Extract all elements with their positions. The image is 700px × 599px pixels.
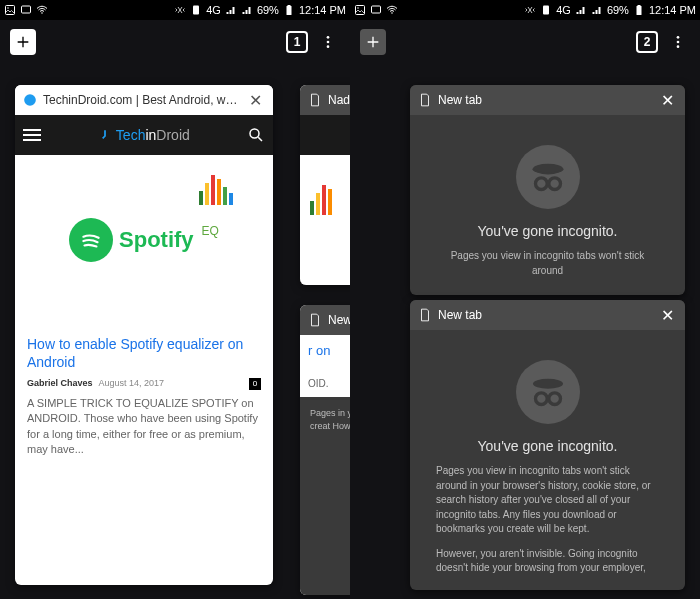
tab-title: Nadows, if <box>328 93 350 107</box>
vibrate-icon <box>524 4 536 16</box>
tab-count-button[interactable]: 1 <box>286 31 308 53</box>
overflow-menu-button[interactable] <box>316 30 340 54</box>
tab-titlebar: TechinDroid.com | Best Android, windows … <box>15 85 273 115</box>
file-icon <box>418 308 432 322</box>
plus-icon <box>15 34 31 50</box>
browser-toolbar: 2 <box>350 20 700 64</box>
equalizer-icon <box>310 185 350 215</box>
new-tab-button[interactable] <box>10 29 36 55</box>
browser-toolbar: 1 <box>0 20 350 64</box>
site-brand: TechinDroid <box>47 127 241 143</box>
battery-icon <box>283 4 295 16</box>
article-date: August 14, 2017 <box>99 377 165 390</box>
svg-rect-19 <box>637 5 640 6</box>
tab-titlebar: New tab ✕ <box>410 300 685 330</box>
tab-title: New tab <box>438 308 651 322</box>
svg-rect-18 <box>636 6 641 15</box>
incognito-headline: You've gone incognito. <box>432 438 663 454</box>
article-hero-image: Spotify EQ <box>15 155 273 325</box>
svg-point-24 <box>535 178 547 190</box>
favicon-icon <box>23 93 37 107</box>
signal-icon <box>575 4 587 16</box>
cast-icon <box>20 4 32 16</box>
svg-rect-2 <box>22 6 31 13</box>
file-icon <box>308 93 322 107</box>
svg-rect-5 <box>286 6 291 15</box>
signal-icon-2 <box>241 4 253 16</box>
status-bar: 4G 69% 12:14 PM <box>350 0 700 20</box>
clock-time: 12:14 PM <box>649 4 696 16</box>
file-icon <box>308 313 322 327</box>
tab-card-peek-2[interactable]: New tab r on 0 OID. Pages in your histo … <box>300 305 350 595</box>
incognito-icon <box>516 145 580 209</box>
svg-point-10 <box>24 94 36 106</box>
article-title[interactable]: How to enable Spotify equalizer on Andro… <box>27 335 261 371</box>
svg-point-28 <box>548 393 560 405</box>
spotify-wordmark: Spotify <box>119 227 194 253</box>
svg-point-8 <box>327 41 330 44</box>
svg-rect-15 <box>372 6 381 13</box>
battery-icon <box>633 4 645 16</box>
tab-title: New tab <box>438 93 651 107</box>
wifi-icon <box>386 4 398 16</box>
article-author: Gabriel Chaves <box>27 377 93 390</box>
signal-icon-2 <box>591 4 603 16</box>
eq-label: EQ <box>202 224 219 238</box>
incognito-icon <box>516 360 580 424</box>
incognito-paragraph-2: However, you aren't invisible. Going inc… <box>432 547 663 576</box>
tab-card-peek[interactable]: Nadows, if <box>300 85 350 285</box>
hamburger-icon[interactable] <box>23 129 41 141</box>
svg-rect-17 <box>543 6 549 15</box>
image-icon <box>354 4 366 16</box>
tab-card[interactable]: TechinDroid.com | Best Android, windows … <box>15 85 273 585</box>
status-bar: 4G 69% 12:14 PM <box>0 0 350 20</box>
more-vert-icon <box>670 34 686 50</box>
incognito-subtext: Pages you view in incognito tabs won't s… <box>432 249 663 278</box>
brand-icon <box>98 129 112 143</box>
incognito-headline: You've gone incognito. <box>432 223 663 239</box>
svg-rect-4 <box>193 6 199 15</box>
svg-point-1 <box>7 7 9 9</box>
article-title-fragment: r on <box>308 343 350 358</box>
svg-point-25 <box>548 178 560 190</box>
overflow-menu-button[interactable] <box>666 30 690 54</box>
cast-icon <box>370 4 382 16</box>
svg-point-21 <box>677 41 680 44</box>
search-icon[interactable] <box>247 126 265 144</box>
tab-count-button[interactable]: 2 <box>636 31 658 53</box>
equalizer-icon <box>199 175 233 205</box>
battery-percent: 69% <box>607 4 629 16</box>
image-icon <box>4 4 16 16</box>
network-type: 4G <box>206 4 221 16</box>
plus-icon <box>365 34 381 50</box>
svg-rect-0 <box>6 6 15 15</box>
site-header: TechinDroid <box>15 115 273 155</box>
tab-title: New tab <box>328 313 350 327</box>
clock-time: 12:14 PM <box>299 4 346 16</box>
tab-titlebar: New tab ✕ <box>410 85 685 115</box>
svg-point-11 <box>250 129 259 138</box>
incognito-tab-card[interactable]: New tab ✕ You've gone incognito. Pages y… <box>410 300 685 590</box>
close-tab-button[interactable]: ✕ <box>245 91 265 110</box>
close-tab-button[interactable]: ✕ <box>657 91 677 110</box>
svg-point-3 <box>41 12 43 14</box>
tab-title: TechinDroid.com | Best Android, windows <box>43 93 239 107</box>
svg-point-16 <box>391 12 393 14</box>
article-excerpt: A SIMPLE TRICK TO EQUALIZE SPOTIFY on AN… <box>27 396 261 458</box>
svg-point-20 <box>677 36 680 39</box>
incognito-paragraph-1: Pages you view in incognito tabs won't s… <box>432 464 663 537</box>
svg-point-9 <box>327 45 330 48</box>
svg-point-26 <box>533 379 563 389</box>
sim-icon <box>190 4 202 16</box>
incognito-tab-card[interactable]: New tab ✕ You've gone incognito. Pages y… <box>410 85 685 295</box>
more-vert-icon <box>320 34 336 50</box>
close-tab-button[interactable]: ✕ <box>657 306 677 325</box>
new-tab-button[interactable] <box>360 29 386 55</box>
spotify-logo-icon <box>69 218 113 262</box>
battery-percent: 69% <box>257 4 279 16</box>
phone-screenshot-right: 4G 69% 12:14 PM 2 New tab <box>350 0 700 599</box>
incognito-text-fragment: Pages in your histo tabs. creat Howe <box>300 397 350 595</box>
article-body: How to enable Spotify equalizer on Andro… <box>15 325 273 472</box>
network-type: 4G <box>556 4 571 16</box>
excerpt-fragment: OID. <box>308 378 350 389</box>
